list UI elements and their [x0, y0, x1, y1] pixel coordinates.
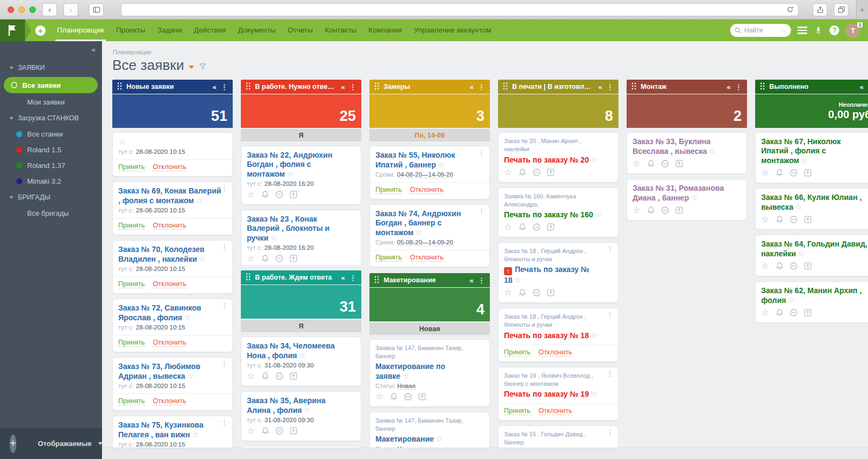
decline-link[interactable]: Отклонить [153, 222, 187, 230]
collapse-column-icon[interactable]: « [727, 83, 731, 91]
kebab-icon[interactable]: ⋮ [221, 419, 228, 426]
move-task-icon[interactable] [546, 223, 556, 232]
sidebar-item-roland-15[interactable]: Roland 1.5 [0, 142, 102, 158]
drag-handle-icon[interactable] [246, 273, 251, 282]
star-icon[interactable]: ☆ [436, 434, 443, 443]
menu-item-actions[interactable]: Действия [188, 20, 232, 41]
back-button[interactable]: ‹ [42, 3, 57, 16]
star-icon[interactable]: ☆ [504, 223, 513, 232]
card[interactable]: Заказ № 67, Николюк Ипатий , фолия с мон… [755, 132, 868, 183]
card-title[interactable]: Заказ № 55, Николюк Ипатий , баннер☆ [375, 151, 484, 170]
accept-link[interactable]: Принять [118, 222, 145, 230]
star-icon[interactable]: ☆ [504, 288, 513, 298]
star-icon[interactable]: ☆ [788, 295, 795, 305]
column-menu-icon[interactable]: ⋮ [221, 83, 228, 91]
bell-icon[interactable] [775, 169, 784, 178]
accept-link[interactable]: Принять [118, 397, 145, 405]
card-title[interactable]: Заказ № 31, Ромазанова Диана , баннер☆ [633, 184, 741, 203]
star-icon[interactable]: ☆ [595, 210, 602, 219]
card[interactable]: Заказ № 64, Гольдин Давид, наклейки☆☆ [755, 235, 868, 276]
sidebar-item-all-requests[interactable]: Все заявки [4, 77, 98, 93]
url-bar[interactable] [121, 3, 799, 16]
title-dropdown-icon[interactable] [189, 66, 194, 69]
star-icon[interactable]: ☆ [591, 155, 598, 164]
history-icon[interactable] [789, 308, 799, 318]
bell-icon[interactable] [647, 206, 656, 215]
sidebar-collapse-icon[interactable]: « [92, 46, 95, 54]
sidebar-toggle-button[interactable] [89, 3, 104, 16]
history-icon[interactable] [275, 426, 284, 436]
decline-link[interactable]: Отклонить [539, 348, 572, 357]
card-title[interactable]: Печать по заказу № 20☆ [504, 155, 612, 165]
drag-handle-icon[interactable] [503, 82, 508, 92]
help-icon[interactable]: ? [829, 25, 839, 35]
star-icon[interactable]: ☆ [195, 196, 202, 205]
accept-link[interactable]: Принять [118, 339, 145, 347]
drag-handle-icon[interactable] [631, 82, 636, 92]
history-icon[interactable] [532, 168, 541, 177]
sidebar-item-my-requests[interactable]: Мои заявки [0, 94, 102, 110]
menu-item-tasks[interactable]: Задачи [151, 20, 188, 41]
star-icon[interactable]: ☆ [438, 160, 445, 169]
card-title[interactable]: Заказ № 73, Любимов Адриан , вывеска☆ [118, 362, 227, 381]
star-icon[interactable]: ☆ [797, 249, 805, 258]
rocket-icon[interactable] [814, 26, 823, 35]
bell-icon[interactable] [261, 426, 270, 436]
star-icon[interactable]: ☆ [247, 190, 256, 199]
star-icon[interactable]: ☆ [633, 159, 642, 169]
column-header[interactable]: Макетирование«⋮ [369, 273, 490, 287]
card[interactable]: ⋮Заказ № 75, Кузинкова Пелагея , ван виж… [112, 416, 233, 448]
decline-link[interactable]: Отклонить [410, 186, 444, 194]
star-icon[interactable]: ☆ [801, 156, 808, 165]
collapse-column-icon[interactable]: « [213, 83, 216, 91]
column-group-band[interactable]: Я [241, 320, 361, 332]
card-title[interactable]: Заказ № 74, Андрюхин Богдан , баннер с м… [375, 209, 484, 237]
quick-add-button[interactable]: + [35, 25, 46, 36]
bell-icon[interactable] [261, 372, 270, 381]
card[interactable]: ⋮Заказ № 15 , Гольдин Давид , баннерПеча… [498, 425, 618, 448]
card-title[interactable]: Заказ № 69, Конак Валерий , фолия с монт… [118, 186, 227, 205]
card[interactable]: ⋮Заказ № 19 , Янович Всеволод , баннер с… [498, 367, 618, 421]
accept-link[interactable]: Принять [118, 163, 145, 171]
history-icon[interactable] [275, 254, 284, 263]
column-group-band[interactable]: Новая [369, 322, 490, 335]
traffic-light-close[interactable] [8, 7, 14, 13]
card-title[interactable]: Заказ № 33, Буклина Всеслава , вывеска☆ [633, 137, 741, 156]
bell-icon[interactable] [261, 254, 270, 263]
card-meta-value[interactable]: 05-08-20—14-09-20 [397, 239, 454, 246]
column-header[interactable]: Новые заявки«⋮ [112, 80, 233, 94]
card[interactable]: Заявка № 147, Биккинин Тахир, баннерМаке… [369, 412, 490, 448]
star-icon[interactable]: ☆ [761, 308, 770, 318]
card[interactable]: ⋮Заказ № 18 , Герций Андрон , блокноты и… [498, 308, 618, 362]
menu-item-account[interactable]: Управление аккаунтом [408, 20, 497, 41]
card[interactable]: ☆тут с:28-08-2020 10:15ПринятьОтклонить [112, 132, 233, 177]
card[interactable]: ⋮Заказ № 74, Андрюхин Богдан , баннер с … [369, 204, 490, 267]
collapse-column-icon[interactable]: « [341, 274, 345, 282]
card[interactable]: ⋮Заказ № 72, Савинков Ярослав , фолия☆ту… [112, 299, 233, 352]
bell-icon[interactable] [775, 308, 784, 318]
column-header[interactable]: Замеры«⋮ [369, 80, 490, 94]
hamburger-menu-icon[interactable] [797, 27, 807, 34]
star-icon[interactable]: ☆ [247, 372, 256, 381]
card-title[interactable]: Заказ № 66, Кулик Юлиан , вывеска☆ [761, 193, 868, 212]
menu-item-reports[interactable]: Отчеты [282, 20, 319, 41]
card[interactable]: ⋮Заказ № 18 , Герций Андрон , блокноты и… [498, 242, 618, 303]
menu-item-company[interactable]: Компания [362, 20, 408, 41]
decline-link[interactable]: Отклонить [153, 163, 187, 171]
star-icon[interactable]: ☆ [709, 146, 716, 156]
card-meta-value[interactable]: 04-08-20—14-09-20 [397, 171, 454, 178]
move-task-icon[interactable] [803, 169, 813, 178]
share-button[interactable] [813, 3, 827, 16]
star-icon[interactable]: ☆ [514, 275, 521, 285]
card-title[interactable]: Макетирование☆ [375, 434, 484, 444]
accept-link[interactable]: Принять [375, 186, 402, 194]
column-menu-icon[interactable]: ⋮ [478, 276, 485, 285]
url-input[interactable] [126, 6, 787, 14]
star-icon[interactable]: ☆ [270, 233, 277, 242]
card[interactable]: ⋮Заказ № 55, Николюк Ипатий , баннер☆Сро… [369, 146, 490, 199]
filter-icon[interactable] [199, 63, 206, 70]
star-icon[interactable]: ☆ [187, 371, 194, 380]
star-icon[interactable]: ☆ [761, 215, 770, 224]
star-icon[interactable]: ☆ [118, 137, 227, 147]
star-icon[interactable]: ☆ [504, 168, 513, 177]
